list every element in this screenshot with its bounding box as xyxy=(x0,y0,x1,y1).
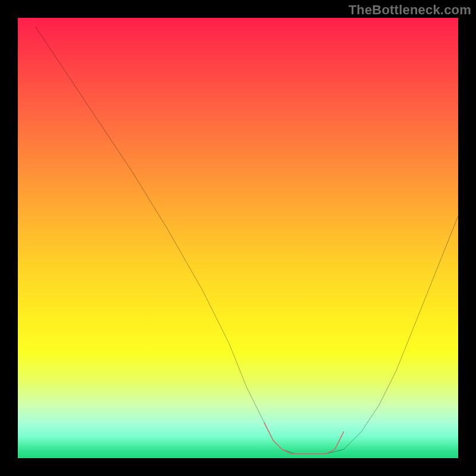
curve-highlight-group xyxy=(264,423,343,454)
curve-main-group xyxy=(36,27,458,454)
optimal-highlight xyxy=(264,423,343,454)
bottleneck-curve xyxy=(36,27,458,454)
chart-frame: TheBottleneck.com xyxy=(0,0,476,476)
plot-area xyxy=(18,18,458,458)
chart-svg xyxy=(18,18,458,458)
watermark-text: TheBottleneck.com xyxy=(349,2,471,18)
